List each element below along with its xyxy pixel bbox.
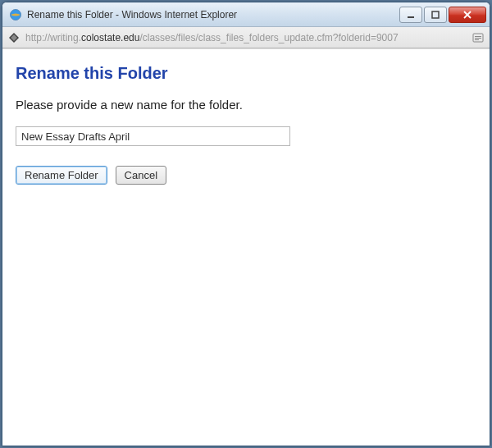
instruction-text: Please provide a new name for the folder… — [16, 98, 476, 112]
url-path: /classes/files/class_files_folders_updat… — [139, 32, 398, 43]
ie-icon — [9, 8, 22, 21]
url-prefix: http://writing. — [25, 32, 81, 43]
maximize-button[interactable] — [424, 7, 447, 23]
window-controls — [399, 7, 486, 23]
svg-rect-9 — [475, 39, 479, 40]
cancel-button[interactable]: Cancel — [116, 166, 166, 185]
site-icon — [7, 31, 20, 44]
browser-window: Rename this Folder - Windows Internet Ex… — [2, 2, 490, 446]
minimize-button[interactable] — [399, 7, 422, 23]
compat-view-icon[interactable] — [472, 31, 485, 44]
folder-name-input[interactable] — [16, 126, 290, 146]
url-domain: colostate.edu — [81, 32, 139, 43]
window-title: Rename this Folder - Windows Internet Ex… — [27, 9, 399, 21]
svg-rect-3 — [432, 11, 439, 18]
address-bar: http://writing.colostate.edu/classes/fil… — [2, 27, 490, 48]
svg-rect-8 — [475, 38, 481, 39]
button-row: Rename Folder Cancel — [16, 166, 476, 185]
page-heading: Rename this Folder — [16, 64, 476, 83]
rename-folder-button[interactable]: Rename Folder — [16, 166, 107, 185]
svg-rect-7 — [475, 36, 481, 37]
titlebar: Rename this Folder - Windows Internet Ex… — [2, 2, 490, 27]
close-button[interactable] — [449, 7, 486, 23]
svg-rect-2 — [408, 16, 414, 18]
page-content: Rename this Folder Please provide a new … — [2, 48, 490, 446]
url-display[interactable]: http://writing.colostate.edu/classes/fil… — [25, 32, 467, 43]
